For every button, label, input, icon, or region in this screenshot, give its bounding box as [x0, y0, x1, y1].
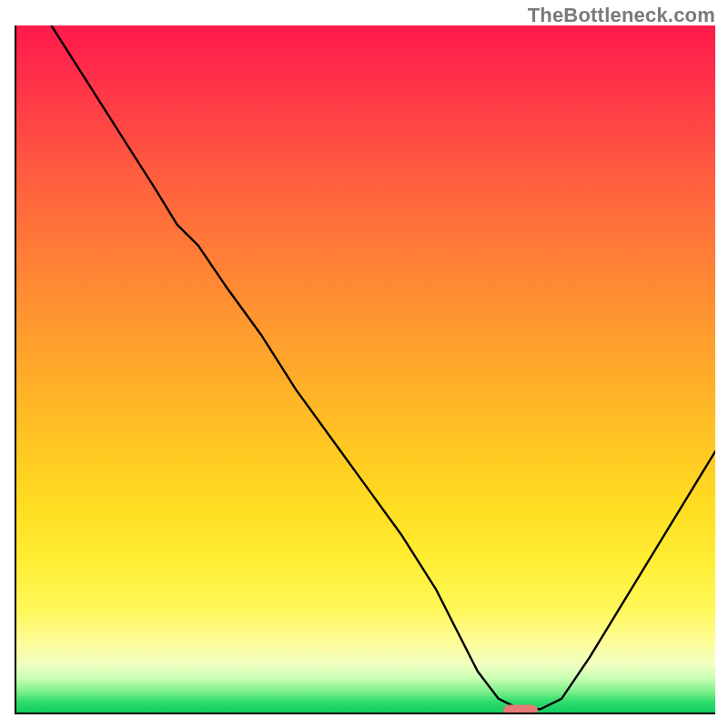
watermark-text: TheBottleneck.com — [528, 4, 715, 27]
bottleneck-chart: TheBottleneck.com — [0, 0, 728, 728]
bottleneck-curve-path — [51, 25, 715, 709]
plot-area — [15, 25, 715, 714]
curve-svg — [16, 25, 715, 713]
optimum-marker — [503, 705, 538, 714]
